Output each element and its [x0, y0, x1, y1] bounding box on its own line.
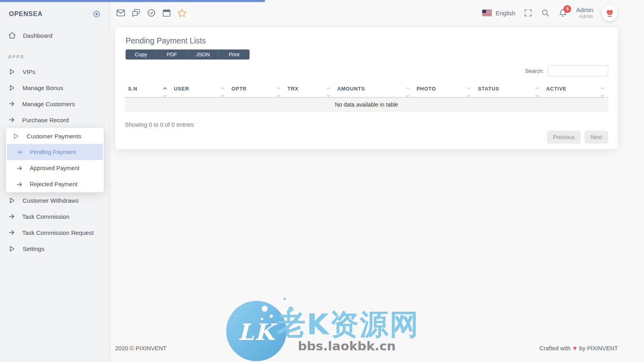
sidebar-item-manage-customers[interactable]: Manage Customers [0, 96, 110, 112]
sidebar-item-dashboard[interactable]: Dashboard [0, 27, 110, 43]
chat-icon[interactable] [131, 8, 141, 18]
previous-button[interactable]: Previous [547, 131, 581, 144]
sidebar-menu: Dashboard APPS VIPs Manage Bonus Manage … [0, 27, 110, 257]
sort-asc-icon [535, 87, 539, 90]
play-icon [8, 197, 16, 204]
sort-desc-icon [406, 95, 410, 97]
sidebar-item-rejected-payment[interactable]: Rejected Payment [7, 176, 103, 192]
sidebar-section-apps: APPS [0, 53, 110, 60]
sidebar: OPENSEA Dashboard APPS VIPs Manage Bonus… [0, 0, 110, 362]
json-button[interactable]: JSON [188, 49, 219, 60]
sidebar-header: OPENSEA [0, 0, 110, 21]
sort-asc-icon [221, 87, 225, 90]
sidebar-item-label: Task Commission Request [22, 229, 94, 236]
arrow-right-icon [16, 181, 23, 188]
sidebar-item-settings[interactable]: Settings [0, 241, 110, 257]
watermark-bubble [295, 319, 299, 323]
sort-asc-icon [277, 87, 281, 90]
check-circle-icon[interactable] [147, 8, 156, 18]
sidebar-item-purchase-record[interactable]: Purchase Record [0, 112, 110, 128]
language-label: English [495, 10, 515, 16]
language-selector[interactable]: English [482, 10, 515, 16]
column-header-optr[interactable]: OPTR [228, 83, 284, 97]
star-icon[interactable] [177, 8, 187, 18]
next-button[interactable]: Next [584, 131, 608, 144]
watermark-logo: LK [226, 301, 287, 361]
pdf-button[interactable]: PDF [157, 49, 188, 60]
us-flag-icon [482, 10, 492, 16]
pagination: Previous Next [547, 131, 608, 144]
sidebar-item-pending-payment[interactable]: Pending Payment [7, 144, 103, 160]
play-icon [12, 132, 20, 140]
watermark-bubble [261, 318, 263, 320]
print-button[interactable]: Print [219, 49, 250, 60]
arrow-right-icon [8, 213, 15, 220]
sort-desc-icon [326, 95, 330, 97]
column-header-active[interactable]: ACTIVE [543, 83, 608, 97]
sidebar-item-label: Customer Payments [27, 133, 81, 140]
sidebar-item-label: Purchase Record [22, 117, 69, 123]
column-header-photo[interactable]: PHOTO [413, 83, 475, 97]
table-info-text: Showing 0 to 0 of 0 entries [125, 121, 608, 128]
watermark-title: 老K资源网 [277, 306, 419, 344]
navbar-right: English 5 Admin Admin [482, 5, 618, 21]
sidebar-item-label: Approved Payment [30, 165, 79, 171]
user-name: Admin [576, 6, 593, 14]
play-icon [8, 245, 16, 253]
page-loading-bar [0, 0, 265, 2]
notifications-button[interactable]: 5 [558, 8, 568, 18]
sort-desc-icon [467, 95, 471, 97]
sidebar-item-customer-withdraws[interactable]: Customer Withdraws [0, 192, 110, 208]
footer-copyright: 2020 © PIXINVENT [115, 345, 167, 352]
column-header-amounts[interactable]: AMOUNTS [334, 83, 413, 97]
sidebar-item-vips[interactable]: VIPs [0, 64, 110, 80]
sidebar-item-task-commission-request[interactable]: Task Commission Request [0, 224, 110, 241]
sidebar-item-approved-payment[interactable]: Approved Payment [7, 160, 103, 176]
watermark-bubble [301, 332, 303, 335]
watermark-bubble [270, 315, 273, 318]
sidebar-item-label: Task Commission [22, 213, 70, 220]
avatar[interactable] [602, 5, 618, 21]
heart-icon: ♥ [573, 345, 577, 352]
sort-desc-icon [535, 95, 539, 97]
arrow-right-icon [8, 116, 15, 123]
sort-asc-icon [163, 87, 167, 90]
arrow-right-icon [8, 100, 15, 107]
sidebar-item-customer-payments[interactable]: Customer Payments [6, 128, 104, 144]
play-icon [8, 68, 16, 76]
sidebar-item-label: Customer Withdraws [23, 197, 78, 204]
sort-desc-icon [163, 95, 167, 97]
navbar-shortcuts [116, 8, 187, 18]
calendar-icon[interactable] [162, 8, 171, 18]
brand-logo[interactable]: OPENSEA [9, 10, 43, 18]
watermark-bubble [283, 298, 286, 300]
column-header-sn[interactable]: S.N [125, 83, 171, 97]
menu-pin-toggle-icon[interactable] [92, 10, 101, 19]
page-title: Pending Payment Lists [126, 36, 608, 45]
sort-asc-icon [601, 87, 605, 90]
sidebar-item-manage-bonus[interactable]: Manage Bonus [0, 80, 110, 96]
home-icon [8, 31, 16, 39]
column-header-trx[interactable]: TRX [284, 83, 334, 97]
sort-desc-icon [601, 95, 605, 97]
copy-button[interactable]: Copy [126, 49, 157, 60]
search-icon[interactable] [541, 8, 550, 17]
notification-badge: 5 [564, 5, 571, 13]
watermark-logo-text: LK [238, 317, 275, 345]
sidebar-item-label: Dashboard [23, 32, 52, 39]
user-menu[interactable]: Admin Admin [576, 6, 593, 20]
pending-payments-table: S.N USER OPTR TRX [125, 83, 608, 112]
mail-icon[interactable] [116, 8, 126, 18]
site-watermark: LK 老K资源网 bbs.laokbk.cn [222, 297, 440, 362]
column-header-status[interactable]: STATUS [475, 83, 543, 97]
search-input[interactable] [548, 65, 608, 76]
table-empty-row: No data available in table [125, 97, 608, 112]
sidebar-item-task-commission[interactable]: Task Commission [0, 208, 110, 224]
sort-asc-icon [326, 87, 330, 90]
arrow-right-icon [16, 149, 23, 156]
sidebar-item-label: VIPs [23, 68, 35, 75]
fullscreen-icon[interactable] [524, 8, 533, 17]
sort-desc-icon [221, 95, 225, 97]
column-header-user[interactable]: USER [171, 83, 228, 97]
arrow-right-icon [16, 165, 23, 172]
